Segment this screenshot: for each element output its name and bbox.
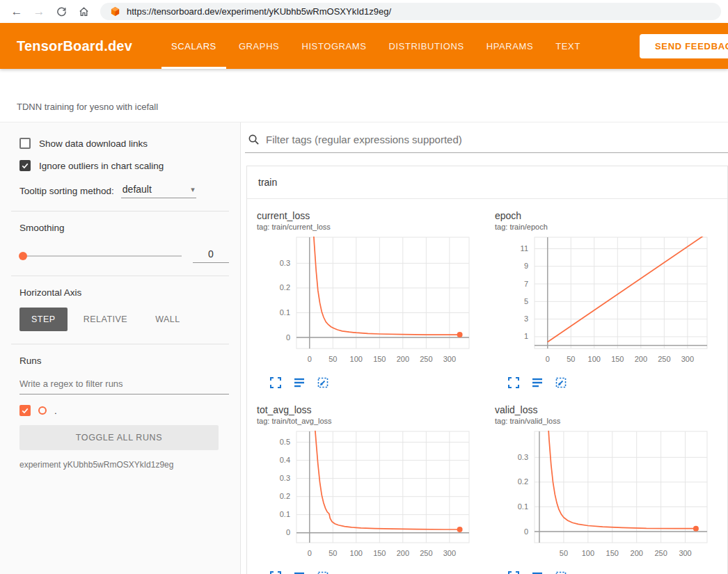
toggle-y-axis-icon[interactable] [293, 376, 306, 389]
main-nav: SCALARS GRAPHS HISTOGRAMS DISTRIBUTIONS … [161, 23, 590, 69]
fit-domain-icon[interactable] [317, 376, 329, 389]
run-list-item[interactable]: . [19, 405, 229, 416]
general-settings-section: Show data download links Ignore outliers… [0, 122, 240, 211]
line-chart-svg: 05010015020025030000.10.20.30.40.5 [257, 426, 488, 568]
chart-grid: current_loss tag: train/current_loss 050… [247, 199, 727, 574]
chart-tag: tag: train/valid_loss [495, 417, 728, 425]
expand-chart-icon[interactable] [269, 376, 282, 389]
toggle-y-axis-icon[interactable] [531, 571, 544, 574]
fit-domain-icon[interactable] [555, 571, 567, 574]
content-area: Show data download links Ignore outliers… [0, 122, 728, 574]
chart-tag: tag: train/epoch [495, 223, 728, 231]
axis-step-button[interactable]: STEP [19, 308, 68, 331]
app-header: TensorBoard.dev SCALARS GRAPHS HISTOGRAM… [0, 23, 728, 69]
line-chart[interactable]: 05010015020025030000.10.20.3 [257, 232, 495, 374]
fit-domain-icon[interactable] [555, 376, 567, 389]
expand-chart-icon[interactable] [269, 571, 282, 574]
tag-filter-input[interactable] [266, 134, 728, 145]
line-chart[interactable]: 05010015020025030000.10.20.30.40.5 [257, 426, 495, 568]
svg-text:50: 50 [329, 355, 337, 363]
run-name: . [54, 406, 57, 416]
run-checkbox-icon[interactable] [19, 405, 31, 416]
axis-wall-button[interactable]: WALL [143, 308, 192, 331]
back-icon[interactable]: ← [7, 2, 26, 22]
tab-text[interactable]: TEXT [546, 23, 590, 69]
chart-title: current_loss [257, 210, 495, 221]
checkbox-unchecked-icon[interactable] [19, 138, 31, 149]
forward-icon[interactable]: → [29, 2, 49, 22]
svg-text:100: 100 [350, 549, 363, 557]
svg-text:0.3: 0.3 [280, 259, 290, 267]
line-chart[interactable]: 5010015020025030000.10.20.3 [495, 426, 728, 568]
checkbox-checked-icon[interactable] [19, 160, 31, 171]
svg-text:0.2: 0.2 [280, 283, 290, 292]
svg-text:100: 100 [582, 549, 594, 557]
send-feedback-button[interactable]: SEND FEEDBACK [640, 34, 728, 58]
toggle-all-runs-button[interactable]: TOGGLE ALL RUNS [19, 425, 219, 450]
axis-button-group: STEP RELATIVE WALL [19, 308, 229, 331]
slider-thumb[interactable] [19, 252, 27, 260]
runs-section: Runs . TOGGLE ALL RUNS experiment yKUbhb… [0, 344, 240, 482]
smoothing-label: Smoothing [19, 223, 229, 233]
svg-text:0: 0 [546, 355, 550, 363]
runs-filter-input[interactable] [19, 373, 229, 394]
run-color-swatch-icon [38, 406, 47, 415]
home-icon[interactable] [74, 2, 93, 22]
svg-text:0.4: 0.4 [280, 456, 290, 464]
svg-text:150: 150 [611, 355, 624, 363]
train-section-header[interactable]: train [247, 166, 727, 199]
show-download-links-row[interactable]: Show data download links [19, 138, 229, 149]
svg-text:250: 250 [420, 355, 432, 363]
line-chart[interactable]: 0501001502002503001357911 [495, 232, 728, 374]
expand-chart-icon[interactable] [507, 571, 520, 574]
toggle-y-axis-icon[interactable] [531, 376, 544, 389]
svg-text:250: 250 [654, 549, 667, 557]
svg-text:0.3: 0.3 [280, 474, 290, 482]
line-chart-svg: 0501001502002503001357911 [495, 232, 726, 374]
search-icon [248, 134, 260, 145]
tag-filter-row [245, 122, 728, 153]
browser-toolbar: ← → https://tensorboard.dev/experiment/y… [0, 0, 728, 23]
tab-histograms[interactable]: HISTOGRAMS [292, 23, 376, 69]
tab-graphs[interactable]: GRAPHS [229, 23, 290, 69]
axis-relative-button[interactable]: RELATIVE [72, 308, 140, 331]
chart-title: valid_loss [495, 404, 728, 415]
smoothing-value[interactable]: 0 [193, 248, 229, 263]
svg-text:300: 300 [443, 355, 456, 363]
chart-toolbar [495, 374, 728, 389]
tab-distributions[interactable]: DISTRIBUTIONS [379, 23, 474, 69]
svg-text:0: 0 [308, 549, 312, 557]
tooltip-sorting-value: default [122, 184, 152, 195]
tab-scalars[interactable]: SCALARS [161, 23, 226, 69]
experiment-title: TDNN training for yesno with icefall [17, 102, 158, 112]
scalars-dashboard: train current_loss tag: train/current_lo… [241, 122, 728, 574]
svg-text:3: 3 [524, 314, 528, 323]
tooltip-sorting-dropdown[interactable]: default ▾ [121, 182, 196, 198]
svg-text:100: 100 [350, 355, 363, 363]
experiment-id-caption: experiment yKUbhb5wRmOSXYkId1z9eg [19, 460, 229, 470]
tensorboard-page: ← → https://tensorboard.dev/experiment/y… [0, 0, 728, 574]
svg-text:200: 200 [631, 549, 643, 557]
svg-text:0: 0 [308, 355, 312, 363]
svg-text:7: 7 [524, 280, 528, 288]
smoothing-slider[interactable] [19, 255, 182, 257]
ignore-outliers-row[interactable]: Ignore outliers in chart scaling [19, 160, 229, 171]
svg-text:200: 200 [397, 549, 409, 557]
svg-text:0: 0 [286, 333, 290, 342]
chart-toolbar [257, 568, 495, 574]
chart-card-valid-loss: valid_loss tag: train/valid_loss 5010015… [495, 404, 728, 574]
fit-domain-icon[interactable] [317, 571, 329, 574]
chart-toolbar [495, 568, 728, 574]
svg-text:50: 50 [567, 355, 575, 363]
expand-chart-icon[interactable] [507, 376, 520, 389]
svg-text:1: 1 [524, 332, 528, 340]
experiment-title-band: TDNN training for yesno with icefall [0, 69, 728, 122]
address-bar[interactable]: https://tensorboard.dev/experiment/yKUbh… [100, 3, 721, 20]
toggle-y-axis-icon[interactable] [293, 571, 306, 574]
chevron-down-icon: ▾ [191, 185, 195, 194]
smoothing-slider-row: 0 [19, 248, 229, 263]
train-section-card: train current_loss tag: train/current_lo… [246, 166, 728, 574]
svg-text:0.1: 0.1 [280, 510, 290, 518]
refresh-icon[interactable] [52, 2, 71, 22]
tab-hparams[interactable]: HPARAMS [477, 23, 544, 69]
